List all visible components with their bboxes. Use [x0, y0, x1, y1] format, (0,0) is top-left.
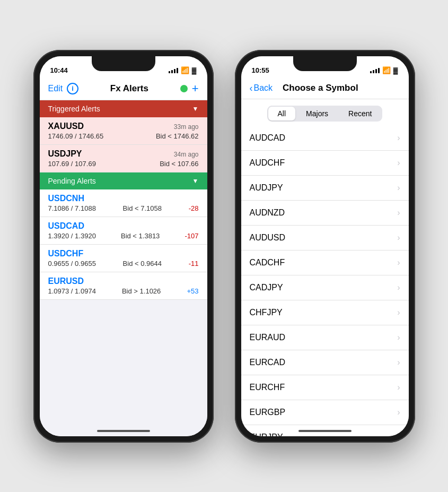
back-chevron-icon: ‹	[250, 83, 253, 93]
segment-all[interactable]: All	[268, 107, 296, 120]
symbol-list: AUDCAD › AUDCHF › AUDJPY › AUDNZD › AUDU…	[241, 126, 409, 436]
pending-row-eurusd[interactable]: EURUSD 1.0973 / 1.0974 Bid > 1.1026 +53	[40, 272, 207, 300]
chevron-audjpy: ›	[397, 183, 400, 193]
battery-icon: ▓	[192, 67, 197, 74]
time-usdjpy: 34m ago	[174, 151, 199, 158]
symbol-audnzd: AUDNZD	[250, 208, 285, 218]
triggered-header[interactable]: Triggered Alerts ▼	[40, 100, 207, 117]
chevron-eurchf: ›	[397, 383, 400, 392]
pips-usdchf: -11	[189, 260, 199, 267]
pips-eurusd: +53	[187, 287, 198, 295]
wifi-icon: 📶	[181, 66, 189, 74]
symbol-row-audnzd[interactable]: AUDNZD ›	[241, 201, 409, 226]
symbol-usdcnh: USDCNH	[48, 194, 84, 203]
alerts-content: Triggered Alerts ▼ XAUUSD 33m ago 1746.0…	[40, 100, 207, 436]
home-indicator-2	[298, 430, 352, 432]
chevron-eurgbp: ›	[397, 408, 400, 417]
back-button[interactable]: ‹ Back	[250, 83, 273, 93]
pending-row-usdchf[interactable]: USDCHF 0.9655 / 0.9655 Bid < 0.9644 -11	[40, 245, 207, 272]
segment-recent[interactable]: Recent	[339, 107, 381, 120]
add-alert-button[interactable]: +	[192, 83, 199, 94]
notch-2	[293, 56, 357, 71]
symbol-row-cadjpy[interactable]: CADJPY ›	[241, 275, 409, 300]
chevron-audusd: ›	[397, 233, 400, 243]
chevron-eurcad: ›	[397, 358, 400, 367]
symbol-row-cadchf[interactable]: CADCHF ›	[241, 251, 409, 275]
notch-1	[92, 56, 155, 71]
condition-xauusd: Bid < 1746.62	[156, 132, 199, 140]
pending-chevron: ▼	[192, 177, 199, 185]
symbol-row-audusd[interactable]: AUDUSD ›	[241, 226, 409, 251]
nav-right-1: +	[180, 83, 199, 94]
prices-usdchf: 0.9655 / 0.9655	[48, 260, 96, 267]
symbol-usdjpy: USDJPY	[48, 149, 82, 159]
condition-usdchf: Bid < 0.9644	[123, 260, 162, 267]
symbol-eurjpy: EURJPY	[250, 433, 283, 436]
symbol-eurcad: EURCAD	[250, 358, 286, 367]
status-icons-2: 📶 ▓	[370, 66, 398, 74]
symbol-chfjpy: CHFJPY	[250, 308, 283, 317]
pips-usdcad: -107	[185, 232, 198, 240]
symbol-row-eurcad[interactable]: EURCAD ›	[241, 350, 409, 375]
symbol-usdcad: USDCAD	[48, 221, 84, 231]
chevron-cadjpy: ›	[397, 283, 400, 292]
symbol-row-audjpy[interactable]: AUDJPY ›	[241, 176, 409, 201]
triggered-row-xauusd[interactable]: XAUUSD 33m ago 1746.09 / 1746.65 Bid < 1…	[40, 117, 207, 145]
time-1: 10:44	[50, 66, 68, 74]
triggered-chevron: ▼	[192, 105, 199, 113]
chevron-cadchf: ›	[397, 258, 400, 267]
edit-button[interactable]: Edit	[48, 84, 63, 93]
chevron-audnzd: ›	[397, 208, 400, 218]
time-xauusd: 33m ago	[174, 123, 199, 131]
triggered-row-usdjpy[interactable]: USDJPY 34m ago 107.69 / 107.69 Bid < 107…	[40, 145, 207, 172]
prices-eurusd: 1.0973 / 1.0974	[48, 287, 96, 295]
symbol-euraud: EURAUD	[250, 333, 286, 342]
symbol-audchf: AUDCHF	[250, 158, 285, 168]
pips-usdcnh: -28	[189, 204, 199, 212]
symbol-row-audchf[interactable]: AUDCHF ›	[241, 151, 409, 176]
prices-usdcad: 1.3920 / 1.3920	[48, 232, 96, 240]
wifi-icon-2: 📶	[382, 66, 391, 74]
symbol-row-audcad[interactable]: AUDCAD ›	[241, 126, 409, 151]
signal-icon	[169, 68, 178, 73]
chevron-chfjpy: ›	[397, 308, 400, 317]
pending-header[interactable]: Pending Alerts ▼	[40, 172, 207, 189]
segment-container: All Majors Recent	[241, 99, 409, 126]
pending-row-usdcnh[interactable]: USDCNH 7.1086 / 7.1088 Bid < 7.1058 -28	[40, 189, 207, 217]
nav-bar-2: ‹ Back Choose a Symbol	[241, 80, 409, 99]
condition-usdcad: Bid < 1.3813	[121, 232, 160, 240]
segment-control: All Majors Recent	[267, 106, 383, 122]
status-dot	[180, 85, 188, 92]
prices-usdcnh: 7.1086 / 7.1088	[48, 204, 96, 212]
signal-icon-2	[370, 68, 380, 73]
home-indicator-1	[97, 430, 150, 432]
nav-title-1: Fx Alerts	[110, 83, 148, 94]
segment-majors[interactable]: Majors	[296, 107, 338, 120]
symbol-row-eurchf[interactable]: EURCHF ›	[241, 375, 409, 400]
symbol-audusd: AUDUSD	[250, 233, 286, 243]
symbol-audcad: AUDCAD	[250, 133, 286, 143]
prices-usdjpy: 107.69 / 107.69	[48, 160, 96, 168]
chevron-eurjpy: ›	[397, 433, 400, 436]
prices-xauusd: 1746.09 / 1746.65	[48, 132, 104, 140]
status-icons-1: 📶 ▓	[169, 66, 197, 74]
symbol-cadchf: CADCHF	[250, 258, 285, 267]
condition-usdjpy: Bid < 107.66	[160, 160, 198, 168]
symbol-row-euraud[interactable]: EURAUD ›	[241, 325, 409, 350]
chevron-audchf: ›	[397, 158, 400, 168]
condition-eurusd: Bid > 1.1026	[122, 287, 161, 295]
symbol-usdchf: USDCHF	[48, 249, 84, 258]
pending-row-usdcad[interactable]: USDCAD 1.3920 / 1.3920 Bid < 1.3813 -107	[40, 217, 207, 245]
symbol-audjpy: AUDJPY	[250, 183, 283, 193]
battery-icon-2: ▓	[393, 67, 398, 74]
nav-bar-1: Edit i Fx Alerts +	[40, 80, 207, 100]
symbol-eurgbp: EURGBP	[250, 408, 286, 417]
symbol-row-chfjpy[interactable]: CHFJPY ›	[241, 300, 409, 325]
phone-1: 10:44 📶 ▓ Edit i Fx Alerts	[33, 50, 214, 443]
symbol-row-eurgbp[interactable]: EURGBP ›	[241, 400, 409, 425]
nav-title-2: Choose a Symbol	[283, 83, 358, 93]
triggered-label: Triggered Alerts	[48, 105, 100, 113]
info-button[interactable]: i	[67, 83, 78, 94]
symbol-eurchf: EURCHF	[250, 383, 285, 392]
phone-2: 10:55 📶 ▓ ‹ Back Choose a Symbol	[235, 50, 415, 443]
